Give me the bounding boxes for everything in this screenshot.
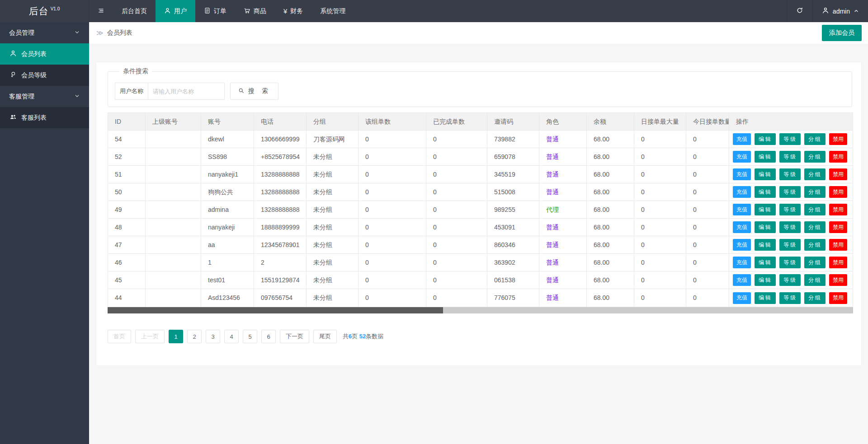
nav-item-users[interactable]: 用户 xyxy=(156,0,195,22)
group-button[interactable]: 分组 xyxy=(804,168,826,180)
edit-button[interactable]: 编辑 xyxy=(755,133,776,145)
edit-button[interactable]: 编辑 xyxy=(755,239,776,251)
sidebar-item-member-list[interactable]: 会员列表 xyxy=(0,43,89,65)
sidebar-item-member-level[interactable]: 会员等级 xyxy=(0,65,89,86)
search-panel-legend: 条件搜索 xyxy=(119,67,152,75)
group-button[interactable]: 分组 xyxy=(804,274,826,286)
cell-today: 0 xyxy=(686,271,729,289)
recharge-button[interactable]: 充值 xyxy=(733,257,751,268)
edit-button[interactable]: 编辑 xyxy=(755,204,776,215)
edit-button[interactable]: 编辑 xyxy=(755,151,776,163)
chevron-down-icon xyxy=(74,93,80,100)
group-button[interactable]: 分组 xyxy=(804,133,826,145)
sidebar-group-service-management[interactable]: 客服管理 xyxy=(0,86,89,107)
disable-button[interactable]: 禁用 xyxy=(829,292,847,304)
horizontal-scrollbar[interactable] xyxy=(108,307,853,313)
level-button[interactable]: 等级 xyxy=(779,168,801,180)
disable-button[interactable]: 禁用 xyxy=(829,257,847,268)
group-button[interactable]: 分组 xyxy=(804,292,826,304)
menu-toggle-button[interactable] xyxy=(89,0,113,22)
group-button[interactable]: 分组 xyxy=(804,204,826,215)
column-header: 角色 xyxy=(539,113,587,131)
edit-button[interactable]: 编辑 xyxy=(755,221,776,233)
recharge-button[interactable]: 充值 xyxy=(733,221,751,233)
cell-group_orders: 0 xyxy=(359,148,426,166)
level-button[interactable]: 等级 xyxy=(779,204,801,215)
recharge-button[interactable]: 充值 xyxy=(733,274,751,286)
nav-item-orders[interactable]: 订单 xyxy=(195,0,235,22)
pagination-last-button[interactable]: 尾页 xyxy=(313,330,337,343)
edit-button[interactable]: 编辑 xyxy=(755,186,776,198)
nav-item-system[interactable]: 系统管理 xyxy=(311,0,354,22)
nav-item-products[interactable]: 商品 xyxy=(235,0,275,22)
nav-item-finance[interactable]: ¥ 财务 xyxy=(275,0,311,22)
disable-button[interactable]: 禁用 xyxy=(829,239,847,251)
pagination-page-button[interactable]: 4 xyxy=(224,330,239,343)
pagination-page-button[interactable]: 1 xyxy=(169,330,183,343)
member-table: ID上级账号账号电话分组该组单数已完成单数邀请码角色余额日接单最大量今日接单数量… xyxy=(108,112,853,307)
cell-daily_max: 0 xyxy=(634,254,686,271)
admin-dropdown[interactable]: admin xyxy=(812,0,868,22)
cell-balance: 68.00 xyxy=(587,236,634,254)
sidebar: 会员管理 会员列表 会员等级 客服管理 客服列表 xyxy=(0,22,89,444)
username-input[interactable] xyxy=(148,83,225,100)
column-header: 分组 xyxy=(307,113,359,131)
disable-button[interactable]: 禁用 xyxy=(829,133,847,145)
level-button[interactable]: 等级 xyxy=(779,221,801,233)
level-button[interactable]: 等级 xyxy=(779,239,801,251)
cell-actions: 充值编辑等级分组禁用 xyxy=(729,201,853,219)
scrollbar-thumb[interactable] xyxy=(108,307,443,313)
recharge-button[interactable]: 充值 xyxy=(733,151,751,163)
cell-id: 54 xyxy=(108,131,146,148)
edit-button[interactable]: 编辑 xyxy=(755,257,776,268)
cell-parent xyxy=(146,148,201,166)
disable-button[interactable]: 禁用 xyxy=(829,274,847,286)
level-button[interactable]: 等级 xyxy=(779,186,801,198)
recharge-button[interactable]: 充值 xyxy=(733,239,751,251)
level-button[interactable]: 等级 xyxy=(779,151,801,163)
group-button[interactable]: 分组 xyxy=(804,186,826,198)
pagination-next-button[interactable]: 下一页 xyxy=(280,330,309,343)
cell-parent xyxy=(146,131,201,148)
recharge-button[interactable]: 充值 xyxy=(733,204,751,215)
cell-parent xyxy=(146,201,201,219)
cell-balance: 68.00 xyxy=(587,219,634,236)
refresh-button[interactable] xyxy=(787,0,812,22)
pagination-prev-button[interactable]: 上一页 xyxy=(135,330,165,343)
add-member-button[interactable]: 添加会员 xyxy=(822,25,862,41)
disable-button[interactable]: 禁用 xyxy=(829,151,847,163)
search-button[interactable]: 搜 索 xyxy=(230,83,278,100)
edit-button[interactable]: 编辑 xyxy=(755,168,776,180)
sidebar-item-service-list[interactable]: 客服列表 xyxy=(0,107,89,128)
disable-button[interactable]: 禁用 xyxy=(829,204,847,215)
group-button[interactable]: 分组 xyxy=(804,151,826,163)
level-button[interactable]: 等级 xyxy=(779,274,801,286)
cell-id: 51 xyxy=(108,166,146,183)
recharge-button[interactable]: 充值 xyxy=(733,133,751,145)
pagination-page-button[interactable]: 2 xyxy=(187,330,202,343)
sidebar-group-member-management[interactable]: 会员管理 xyxy=(0,22,89,43)
edit-button[interactable]: 编辑 xyxy=(755,292,776,304)
nav-item-home[interactable]: 后台首页 xyxy=(113,0,156,22)
disable-button[interactable]: 禁用 xyxy=(829,221,847,233)
pagination-page-button[interactable]: 3 xyxy=(206,330,220,343)
pagination-page-button[interactable]: 6 xyxy=(261,330,276,343)
group-button[interactable]: 分组 xyxy=(804,239,826,251)
cell-balance: 68.00 xyxy=(587,289,634,307)
disable-button[interactable]: 禁用 xyxy=(829,168,847,180)
group-button[interactable]: 分组 xyxy=(804,221,826,233)
pagination-first-button[interactable]: 首页 xyxy=(108,330,131,343)
table-body: 54dkewl13066669999刀客源码网00739882普通68.0000… xyxy=(108,131,853,307)
group-button[interactable]: 分组 xyxy=(804,257,826,268)
recharge-button[interactable]: 充值 xyxy=(733,186,751,198)
cell-done_orders: 0 xyxy=(426,183,487,201)
cell-id: 50 xyxy=(108,183,146,201)
level-button[interactable]: 等级 xyxy=(779,257,801,268)
level-button[interactable]: 等级 xyxy=(779,133,801,145)
disable-button[interactable]: 禁用 xyxy=(829,186,847,198)
pagination-page-button[interactable]: 5 xyxy=(243,330,257,343)
level-button[interactable]: 等级 xyxy=(779,292,801,304)
edit-button[interactable]: 编辑 xyxy=(755,274,776,286)
recharge-button[interactable]: 充值 xyxy=(733,292,751,304)
recharge-button[interactable]: 充值 xyxy=(733,168,751,180)
